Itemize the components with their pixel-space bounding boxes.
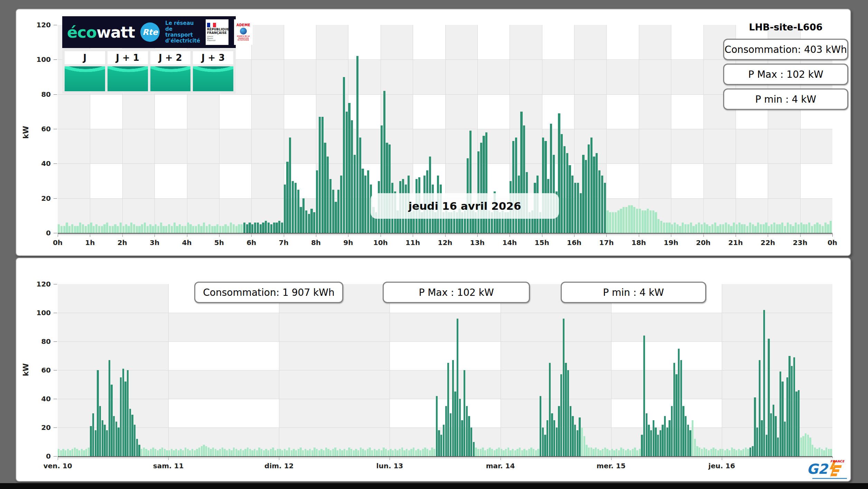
- bar[interactable]: [646, 413, 647, 457]
- bar[interactable]: [289, 138, 291, 233]
- bar[interactable]: [623, 207, 625, 233]
- bar[interactable]: [270, 449, 272, 456]
- bar[interactable]: [730, 226, 732, 233]
- bar[interactable]: [150, 449, 152, 456]
- bar[interactable]: [657, 435, 659, 456]
- bar[interactable]: [374, 449, 375, 456]
- bar[interactable]: [244, 449, 246, 456]
- bar[interactable]: [606, 449, 608, 456]
- bar[interactable]: [258, 448, 260, 456]
- bar[interactable]: [187, 223, 189, 233]
- bar[interactable]: [569, 165, 571, 233]
- bar[interactable]: [549, 363, 551, 456]
- bar[interactable]: [666, 223, 668, 233]
- bar[interactable]: [602, 449, 604, 456]
- bar[interactable]: [629, 450, 631, 456]
- bar[interactable]: [200, 226, 202, 233]
- bar[interactable]: [106, 223, 108, 233]
- bar[interactable]: [113, 416, 115, 456]
- bar[interactable]: [359, 138, 361, 233]
- bar[interactable]: [427, 449, 428, 456]
- bar[interactable]: [194, 450, 196, 456]
- bar[interactable]: [523, 449, 525, 456]
- bar[interactable]: [378, 449, 380, 456]
- bar[interactable]: [722, 224, 724, 233]
- bar[interactable]: [62, 449, 64, 456]
- bar[interactable]: [786, 377, 788, 456]
- bar[interactable]: [277, 449, 279, 456]
- bar[interactable]: [367, 170, 369, 233]
- bar[interactable]: [408, 450, 410, 456]
- bar[interactable]: [585, 160, 587, 233]
- bar[interactable]: [671, 406, 673, 456]
- bar[interactable]: [76, 226, 78, 233]
- bar[interactable]: [104, 425, 105, 456]
- bar[interactable]: [604, 183, 606, 233]
- bar[interactable]: [185, 448, 186, 456]
- bar[interactable]: [251, 450, 253, 456]
- bar[interactable]: [736, 450, 737, 456]
- bar[interactable]: [136, 226, 138, 233]
- bar[interactable]: [281, 450, 283, 456]
- bar[interactable]: [166, 450, 168, 456]
- bar[interactable]: [222, 448, 223, 456]
- bar[interactable]: [791, 366, 793, 456]
- bar[interactable]: [787, 223, 789, 233]
- bar[interactable]: [563, 319, 564, 456]
- bar[interactable]: [325, 448, 327, 456]
- bar[interactable]: [161, 448, 163, 456]
- bar[interactable]: [284, 185, 286, 233]
- bar[interactable]: [724, 450, 726, 456]
- bar[interactable]: [505, 449, 507, 456]
- bar[interactable]: [90, 223, 92, 233]
- bar[interactable]: [58, 449, 59, 456]
- bar[interactable]: [431, 448, 433, 456]
- bar[interactable]: [208, 224, 211, 233]
- bar[interactable]: [224, 224, 226, 233]
- bar[interactable]: [507, 448, 509, 456]
- bar[interactable]: [719, 224, 721, 233]
- bar[interactable]: [625, 207, 627, 233]
- bar[interactable]: [809, 438, 811, 456]
- bar[interactable]: [696, 446, 698, 456]
- bar[interactable]: [311, 450, 313, 456]
- bar[interactable]: [413, 448, 414, 456]
- bar[interactable]: [222, 226, 224, 233]
- bar[interactable]: [757, 223, 759, 233]
- bar[interactable]: [106, 430, 108, 456]
- bar[interactable]: [388, 450, 389, 456]
- bar[interactable]: [790, 224, 792, 233]
- forecast-day-j1[interactable]: J + 1: [108, 51, 148, 91]
- bar[interactable]: [816, 449, 818, 456]
- bar[interactable]: [102, 420, 103, 456]
- bar[interactable]: [489, 448, 491, 456]
- bar[interactable]: [111, 385, 112, 457]
- bar[interactable]: [376, 450, 377, 456]
- bar[interactable]: [383, 448, 384, 456]
- bar[interactable]: [203, 445, 205, 456]
- bar[interactable]: [620, 448, 622, 456]
- bar[interactable]: [295, 183, 297, 233]
- bar[interactable]: [447, 363, 449, 456]
- bar[interactable]: [254, 223, 256, 233]
- bar[interactable]: [663, 223, 665, 233]
- bar[interactable]: [679, 226, 681, 233]
- bar[interactable]: [540, 396, 541, 456]
- bar[interactable]: [93, 226, 95, 233]
- bar[interactable]: [278, 221, 280, 233]
- bar[interactable]: [738, 223, 740, 233]
- bar[interactable]: [256, 450, 258, 456]
- bar[interactable]: [262, 223, 264, 233]
- bar[interactable]: [749, 223, 751, 233]
- bar[interactable]: [133, 224, 135, 233]
- bar[interactable]: [808, 223, 810, 233]
- bar[interactable]: [821, 449, 823, 456]
- bar[interactable]: [496, 449, 497, 456]
- bar[interactable]: [674, 223, 676, 233]
- bar[interactable]: [254, 449, 255, 456]
- bar[interactable]: [464, 370, 465, 456]
- bar[interactable]: [671, 224, 673, 233]
- bar[interactable]: [643, 336, 645, 456]
- bar[interactable]: [773, 405, 774, 456]
- bar[interactable]: [597, 449, 599, 456]
